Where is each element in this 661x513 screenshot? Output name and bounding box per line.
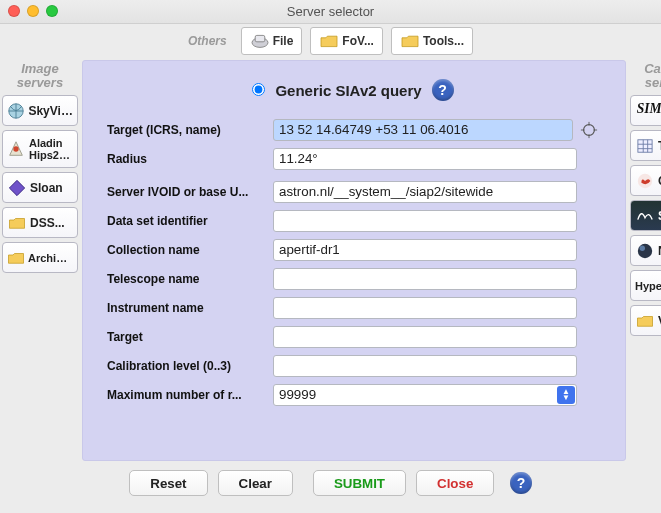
file-button-label: File bbox=[273, 34, 294, 48]
telescope-input[interactable] bbox=[273, 268, 577, 290]
ivoid-input[interactable] bbox=[273, 181, 577, 203]
folder-icon bbox=[7, 247, 25, 269]
image-servers-header: Image servers bbox=[0, 62, 80, 90]
sidebar-item-hyperleda[interactable]: HyperLEDA bbox=[630, 270, 661, 301]
label-radius: Radius bbox=[107, 152, 273, 166]
label-target: Target bbox=[107, 330, 273, 344]
fov-button[interactable]: FoV... bbox=[310, 27, 383, 55]
diamond-icon bbox=[7, 177, 27, 199]
tools-button[interactable]: Tools... bbox=[391, 27, 473, 55]
catalog-servers-header: Catalog servers bbox=[628, 62, 661, 90]
label-target-icrs: Target (ICRS, name) bbox=[107, 123, 273, 137]
calib-input[interactable] bbox=[273, 355, 577, 377]
sidebar-item-tap[interactable]: TAP bbox=[630, 130, 661, 161]
folder-icon bbox=[635, 310, 655, 332]
reticle-icon[interactable] bbox=[579, 120, 599, 140]
minimize-window-icon[interactable] bbox=[27, 5, 39, 17]
sidebar-item-skybot[interactable]: SkyBot bbox=[630, 200, 661, 231]
svg-point-3 bbox=[14, 146, 19, 151]
reset-button[interactable]: Reset bbox=[129, 470, 207, 496]
image-servers-sidebar: Image servers SkyView Aladin Hips2fits S… bbox=[0, 58, 80, 463]
fov-button-label: FoV... bbox=[342, 34, 374, 48]
panel-title-row: Generic SIAv2 query ? bbox=[107, 79, 599, 101]
query-panel: Generic SIAv2 query ? Target (ICRS, name… bbox=[82, 60, 626, 461]
main-area: Image servers SkyView Aladin Hips2fits S… bbox=[0, 58, 661, 463]
sidebar-item-gaia[interactable]: Gaia bbox=[630, 165, 661, 196]
sidebar-item-label: Sloan bbox=[30, 181, 63, 195]
sidebar-item-label: DSS... bbox=[30, 216, 65, 230]
file-button[interactable]: File bbox=[241, 27, 303, 55]
target-input[interactable] bbox=[273, 326, 577, 348]
sidebar-item-sloan[interactable]: Sloan bbox=[2, 172, 78, 203]
label-maxrows: Maximum number of r... bbox=[107, 388, 273, 402]
target-icrs-input[interactable] bbox=[273, 119, 573, 141]
panel-radio[interactable] bbox=[252, 83, 265, 96]
clear-button[interactable]: Clear bbox=[218, 470, 293, 496]
folder-icon bbox=[319, 33, 339, 49]
submit-button[interactable]: SUBMIT bbox=[313, 470, 406, 496]
svg-rect-12 bbox=[638, 139, 652, 151]
sidebar-item-skyview[interactable]: SkyView bbox=[2, 95, 78, 126]
maximize-window-icon[interactable] bbox=[46, 5, 58, 17]
sidebar-item-aladin[interactable]: Aladin Hips2fits bbox=[2, 130, 78, 168]
radius-input[interactable] bbox=[273, 148, 577, 170]
dsid-input[interactable] bbox=[273, 210, 577, 232]
scribble-icon bbox=[635, 205, 655, 227]
label-telescope: Telescope name bbox=[107, 272, 273, 286]
svg-point-5 bbox=[584, 124, 595, 135]
svg-point-18 bbox=[638, 243, 652, 257]
sidebar-item-dss[interactable]: DSS... bbox=[2, 207, 78, 238]
svg-rect-1 bbox=[255, 35, 265, 41]
catalog-servers-sidebar: Catalog servers SIMBAD TAP Gaia SkyBot N… bbox=[628, 58, 661, 463]
svg-rect-4 bbox=[9, 180, 24, 195]
close-window-icon[interactable] bbox=[8, 5, 20, 17]
label-ivoid: Server IVOID or base U... bbox=[107, 185, 273, 199]
instrument-input[interactable] bbox=[273, 297, 577, 319]
help-icon[interactable]: ? bbox=[432, 79, 454, 101]
sidebar-item-simbad[interactable]: SIMBAD bbox=[630, 95, 661, 126]
label-collection: Collection name bbox=[107, 243, 273, 257]
label-dsid: Data set identifier bbox=[107, 214, 273, 228]
sidebar-item-vo[interactable]: VO bbox=[630, 305, 661, 336]
svg-point-19 bbox=[640, 245, 645, 250]
sphere-icon bbox=[635, 240, 655, 262]
window-controls bbox=[8, 5, 58, 17]
sidebar-item-archives[interactable]: Archives... bbox=[2, 242, 78, 273]
maxrows-select[interactable] bbox=[273, 384, 577, 406]
others-label: Others bbox=[188, 34, 227, 48]
globe-icon bbox=[7, 100, 25, 122]
sidebar-item-label: Aladin Hips2fits bbox=[29, 137, 73, 161]
label-instrument: Instrument name bbox=[107, 301, 273, 315]
spiral-icon bbox=[635, 170, 655, 192]
tools-button-label: Tools... bbox=[423, 34, 464, 48]
sidebar-item-label: Archives... bbox=[28, 252, 73, 264]
folder-icon bbox=[7, 212, 27, 234]
panel-title: Generic SIAv2 query bbox=[275, 82, 421, 99]
sidebar-item-label: SkyView bbox=[28, 104, 73, 118]
help-icon[interactable]: ? bbox=[510, 472, 531, 494]
scanner-icon bbox=[250, 33, 270, 49]
bottom-bar: Reset Clear SUBMIT Close ? bbox=[0, 463, 661, 503]
label-calib: Calibration level (0..3) bbox=[107, 359, 273, 373]
folder-icon bbox=[400, 33, 420, 49]
close-button[interactable]: Close bbox=[416, 470, 494, 496]
svg-text:SIMBAD: SIMBAD bbox=[637, 101, 661, 116]
collection-input[interactable] bbox=[273, 239, 577, 261]
sidebar-item-label: HyperLEDA bbox=[635, 280, 661, 292]
top-toolbar: Others File FoV... Tools... bbox=[0, 24, 661, 58]
window-title: Server selector bbox=[287, 4, 374, 19]
simbad-logo-icon: SIMBAD bbox=[635, 98, 661, 124]
titlebar: Server selector bbox=[0, 0, 661, 24]
cone-icon bbox=[7, 138, 26, 160]
sidebar-item-ned[interactable]: NED bbox=[630, 235, 661, 266]
grid-icon bbox=[635, 135, 655, 157]
